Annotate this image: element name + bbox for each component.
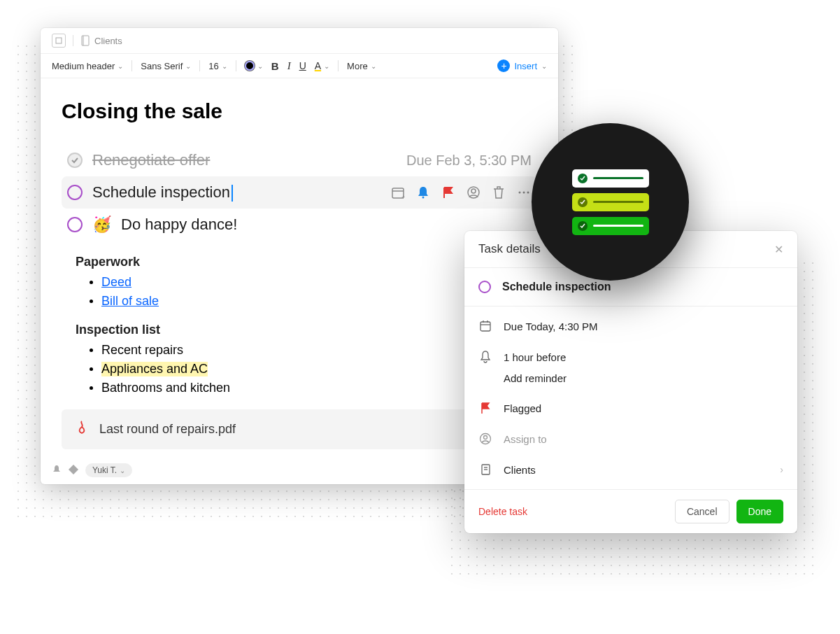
chevron-down-icon: ⌄ — [222, 62, 227, 70]
plus-icon: + — [497, 59, 510, 72]
delete-task-button[interactable]: Delete task — [478, 506, 527, 517]
trash-icon[interactable] — [491, 185, 506, 200]
chevron-down-icon: ⌄ — [541, 62, 547, 70]
divider — [199, 60, 200, 71]
divider — [236, 60, 236, 71]
notebook-text: Clients — [504, 464, 536, 476]
svg-point-17 — [484, 436, 487, 439]
tasks-badge — [532, 123, 689, 281]
task-row[interactable]: Renegotiate offer Due Feb 3, 5:30 PM — [62, 144, 537, 176]
flagged-row[interactable]: Flagged — [464, 393, 797, 423]
divider — [131, 60, 132, 71]
color-swatch-icon — [245, 61, 255, 71]
add-tag-icon[interactable] — [69, 465, 78, 477]
chevron-down-icon: ⌄ — [120, 467, 125, 474]
check-icon — [578, 197, 588, 207]
more-icon[interactable] — [516, 185, 532, 200]
svg-point-10 — [523, 192, 525, 194]
flag-icon[interactable] — [441, 185, 456, 200]
reminder-text: 1 hour before — [504, 351, 566, 363]
done-button[interactable]: Done — [736, 500, 783, 523]
bell-icon — [478, 350, 492, 364]
reminder-row[interactable]: 1 hour before — [464, 341, 797, 372]
app-icon[interactable] — [52, 34, 66, 48]
breadcrumb-label: Clients — [94, 36, 122, 46]
task-checkbox-icon[interactable] — [67, 185, 83, 200]
attachment-name: Last round of repairs.pdf — [99, 422, 236, 437]
bullet-icon — [90, 367, 93, 371]
reminder-bell-icon[interactable] — [52, 465, 62, 477]
task-actions: + — [390, 185, 532, 200]
svg-text:+: + — [401, 194, 405, 201]
chevron-down-icon: ⌄ — [324, 62, 329, 70]
check-icon — [578, 174, 588, 183]
task-checkbox-icon[interactable] — [478, 281, 491, 293]
cancel-button[interactable]: Cancel — [675, 500, 729, 523]
font-selector[interactable]: Sans Serif⌄ — [141, 61, 191, 71]
svg-rect-0 — [56, 38, 62, 43]
bold-button[interactable]: B — [271, 60, 279, 72]
notebook-row[interactable]: Clients › — [464, 454, 797, 485]
chevron-down-icon: ⌄ — [257, 62, 263, 70]
page-title[interactable]: Closing the sale — [62, 99, 537, 123]
text-cursor — [232, 185, 233, 202]
badge-row — [572, 169, 649, 188]
flag-icon — [478, 401, 492, 415]
task-text: Do happy dance! — [121, 216, 237, 234]
underline-button[interactable]: U — [299, 60, 306, 71]
badge-row — [572, 217, 649, 235]
add-reminder-text: Add reminder — [504, 372, 567, 384]
bullet-icon — [90, 386, 93, 390]
heading-selector[interactable]: Medium header⌄ — [52, 61, 123, 71]
formatting-toolbar: Medium header⌄ Sans Serif⌄ 16⌄ ⌄ B I U A… — [41, 54, 558, 78]
chevron-down-icon: ⌄ — [371, 62, 376, 70]
chevron-down-icon: ⌄ — [118, 62, 123, 70]
svg-point-6 — [422, 197, 425, 199]
topbar: Clients — [41, 28, 558, 54]
more-button[interactable]: More⌄ — [347, 61, 376, 71]
assign-row[interactable]: Assign to — [464, 423, 797, 454]
due-date-row[interactable]: Due Today, 4:30 PM — [464, 311, 797, 341]
task-checkbox-icon[interactable] — [67, 217, 83, 232]
pdf-icon — [76, 421, 88, 438]
task-row[interactable]: Schedule inspection + — [62, 176, 537, 209]
bullet-icon — [90, 300, 93, 303]
insert-label: Insert — [514, 61, 537, 71]
calendar-icon[interactable]: + — [390, 185, 406, 200]
close-icon[interactable]: ✕ — [774, 243, 783, 256]
list-text: Bathrooms and kitchen — [101, 381, 230, 395]
italic-button[interactable]: I — [287, 60, 291, 72]
due-date-text: Due Today, 4:30 PM — [504, 320, 598, 332]
flagged-text: Flagged — [504, 402, 541, 414]
svg-point-8 — [471, 189, 476, 193]
check-icon — [578, 221, 588, 231]
divider — [338, 60, 339, 71]
link-bill-of-sale[interactable]: Bill of sale — [101, 294, 159, 309]
task-text: Renegotiate offer — [92, 151, 210, 169]
highlight-button[interactable]: A⌄ — [315, 60, 329, 71]
share-pill[interactable]: Yuki T.⌄ — [85, 463, 132, 477]
insert-button[interactable]: + Insert ⌄ — [497, 59, 547, 72]
link-deed[interactable]: Deed — [101, 275, 131, 290]
list-text: Appliances and AC — [101, 362, 208, 376]
task-due-date: Due Feb 3, 5:30 PM — [406, 153, 532, 169]
svg-point-9 — [519, 192, 521, 194]
chevron-right-icon: › — [780, 464, 783, 475]
person-icon[interactable] — [466, 185, 481, 200]
calendar-icon — [478, 319, 492, 333]
breadcrumb[interactable]: Clients — [80, 36, 122, 46]
chevron-down-icon: ⌄ — [185, 62, 191, 70]
divider — [73, 35, 73, 46]
panel-body: Due Today, 4:30 PM 1 hour before Add rem… — [464, 307, 797, 489]
bell-icon[interactable] — [415, 185, 431, 200]
font-size-selector[interactable]: 16⌄ — [208, 61, 227, 71]
task-checkbox-done-icon[interactable] — [67, 153, 83, 168]
party-emoji-icon: 🥳 — [92, 216, 111, 234]
assign-text: Assign to — [504, 433, 547, 445]
task-text: Schedule inspection — [92, 183, 233, 202]
badge-row — [572, 193, 649, 211]
add-reminder-row[interactable]: Add reminder — [464, 372, 797, 393]
notebook-icon — [478, 463, 492, 477]
text-color-picker[interactable]: ⌄ — [245, 61, 263, 71]
panel-task-name: Schedule inspection — [502, 281, 611, 293]
